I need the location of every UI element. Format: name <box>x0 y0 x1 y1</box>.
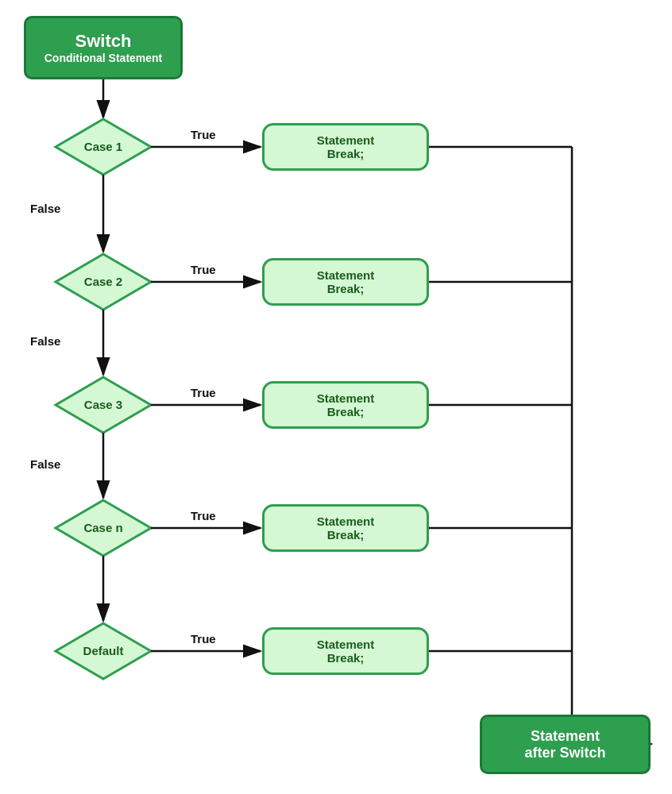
statement-box-casen: Statement Break; <box>262 504 429 552</box>
svg-text:Default: Default <box>83 644 124 657</box>
start-title: Switch <box>75 31 132 52</box>
svg-text:Case 2: Case 2 <box>84 275 122 288</box>
stmt-label1-default: Statement <box>317 638 375 651</box>
statement-box-case1: Statement Break; <box>262 123 429 171</box>
statement-box-case2: Statement Break; <box>262 258 429 306</box>
stmt-label1-case3: Statement <box>317 391 375 405</box>
svg-text:False: False <box>30 334 60 348</box>
svg-text:Case 1: Case 1 <box>84 140 122 153</box>
svg-text:True: True <box>191 632 216 646</box>
svg-text:True: True <box>191 386 216 399</box>
stmt-label1-case2: Statement <box>317 268 375 282</box>
stmt-label2-case2: Break; <box>327 282 365 295</box>
svg-text:Case n: Case n <box>83 521 122 534</box>
svg-text:Case 3: Case 3 <box>84 398 122 411</box>
stmt-label2-case1: Break; <box>327 147 365 160</box>
stmt-label1-case1: Statement <box>317 133 375 147</box>
end-label2: after Switch <box>524 745 605 761</box>
statement-box-default: Statement Break; <box>262 627 429 675</box>
svg-text:True: True <box>191 128 216 141</box>
svg-text:True: True <box>191 509 216 522</box>
svg-text:False: False <box>30 457 60 471</box>
stmt-label1-casen: Statement <box>317 515 375 528</box>
svg-text:False: False <box>30 202 60 215</box>
svg-text:True: True <box>191 263 216 276</box>
statement-box-case3: Statement Break; <box>262 381 429 429</box>
stmt-label2-default: Break; <box>327 651 365 665</box>
end-label1: Statement <box>531 728 600 745</box>
start-subtitle: Conditional Statement <box>44 52 163 64</box>
start-node: Switch Conditional Statement <box>24 16 183 79</box>
stmt-label2-casen: Break; <box>327 528 365 542</box>
stmt-label2-case3: Break; <box>327 405 365 418</box>
end-node: Statement after Switch <box>480 715 651 774</box>
